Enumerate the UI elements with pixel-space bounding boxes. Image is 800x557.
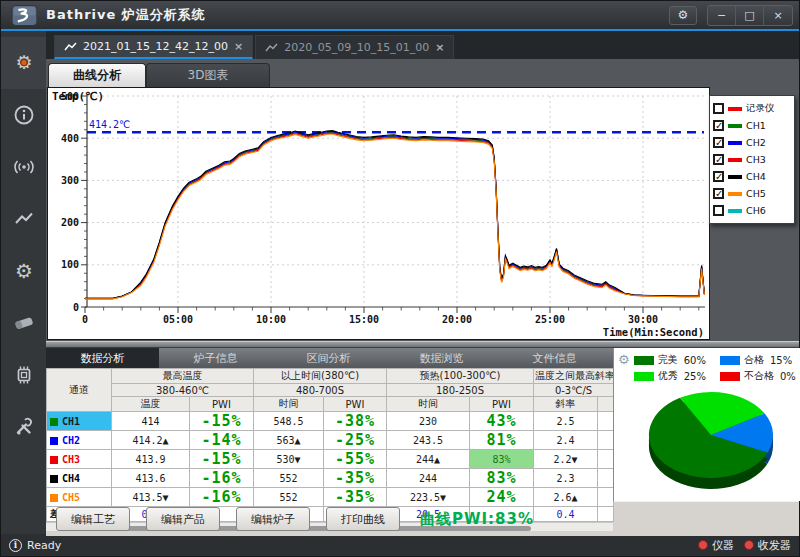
channel-cell[interactable]: CH5 xyxy=(47,488,112,507)
channel-color-square xyxy=(50,456,58,464)
data-cell: 414.2▲ xyxy=(112,431,190,450)
legend-item-CH5[interactable]: ✓CH5 xyxy=(713,185,791,202)
pie-legend-label: 合格 xyxy=(744,353,764,367)
data-cell: 413.9 xyxy=(112,450,190,469)
tools-icon xyxy=(13,416,35,438)
sidebar-item-curve-analysis[interactable] xyxy=(1,193,46,245)
channel-cell[interactable]: CH4 xyxy=(47,469,112,488)
sidebar-item-info[interactable] xyxy=(1,89,46,141)
sidebar-item-tools[interactable] xyxy=(1,401,46,453)
legend-item-记录仪[interactable]: 记录仪 xyxy=(713,100,791,117)
legend-item-CH2[interactable]: ✓CH2 xyxy=(713,134,791,151)
col-group-header: 最高温度 xyxy=(112,369,254,384)
pie-legend-item-完美: 完美60% xyxy=(634,353,710,367)
data-cell: 552 xyxy=(254,469,324,488)
table-row-CH1[interactable]: CH1414-15%548.5-38%23043%2.5 xyxy=(47,412,614,431)
data-tab-区间分析[interactable]: 区间分析 xyxy=(272,348,385,368)
svg-text:0: 0 xyxy=(82,314,88,325)
data-cell: 548.5 xyxy=(254,412,324,431)
sidebar-item-signal[interactable] xyxy=(1,141,46,193)
channel-color-square xyxy=(50,494,58,502)
data-cell: 230 xyxy=(387,412,470,431)
legend-item-CH3[interactable]: ✓CH3 xyxy=(713,151,791,168)
legend-label: CH5 xyxy=(746,188,766,199)
data-cell: 0.4 xyxy=(534,507,598,522)
data-cell: -15% xyxy=(190,412,254,431)
channel-color-square xyxy=(50,475,58,483)
pie-legend-pct: 60% xyxy=(684,355,706,366)
legend-checkbox[interactable] xyxy=(713,103,724,114)
channel-label: CH2 xyxy=(62,435,80,446)
footer-button-编辑炉子[interactable]: 编辑炉子 xyxy=(236,507,310,531)
col-group-range: 380-460℃ xyxy=(112,384,254,397)
tab-curve-analysis[interactable]: 曲线分析 xyxy=(48,63,146,87)
channel-label: CH3 xyxy=(62,454,80,465)
svg-text:0: 0 xyxy=(73,302,79,313)
document-tab-2[interactable]: 2020_05_09_10_15_01_00× xyxy=(255,35,454,59)
table-row-CH3[interactable]: CH3413.9-15%530▼-55%244▲83%2.2▼ xyxy=(47,450,614,469)
data-cell: -16% xyxy=(190,469,254,488)
data-tab-数据浏览[interactable]: 数据浏览 xyxy=(385,348,498,368)
legend-label: CH2 xyxy=(746,137,766,148)
tab-close-icon[interactable]: × xyxy=(435,41,444,54)
pwi-pie-panel: ⚙ 完美60%合格15%优秀25%不合格0% xyxy=(613,348,800,501)
close-button[interactable]: × xyxy=(764,6,792,25)
legend-item-CH6[interactable]: CH6 xyxy=(713,202,791,219)
channel-cell[interactable]: CH2 xyxy=(47,431,112,450)
legend-checkbox[interactable] xyxy=(713,205,724,216)
svg-text:10:00: 10:00 xyxy=(256,314,286,325)
legend-label: CH4 xyxy=(746,171,766,182)
titlebar-settings-button[interactable]: ⚙ xyxy=(669,6,697,25)
col-group-header: 温度之间最高斜率(1 xyxy=(534,369,614,384)
data-cell: -38% xyxy=(324,412,387,431)
channel-legend: 记录仪✓CH1✓CH2✓CH3✓CH4✓CH5CH6 xyxy=(709,95,795,224)
footer-button-编辑工艺[interactable]: 编辑工艺 xyxy=(56,507,130,531)
sidebar-item-eraser[interactable] xyxy=(1,297,46,349)
legend-checkbox[interactable]: ✓ xyxy=(713,154,724,165)
sidebar-item-main-settings[interactable]: ⚙ xyxy=(1,37,46,89)
data-cell: -16% xyxy=(190,488,254,507)
legend-item-CH1[interactable]: ✓CH1 xyxy=(713,117,791,134)
data-tab-文件信息[interactable]: 文件信息 xyxy=(498,348,611,368)
channel-color-square xyxy=(50,418,58,426)
table-row-CH4[interactable]: CH4413.6-16%552-35%24483%2.3 xyxy=(47,469,614,488)
legend-color-swatch xyxy=(728,141,742,145)
channel-color-square xyxy=(50,437,58,445)
legend-checkbox[interactable]: ✓ xyxy=(713,188,724,199)
col-subheader xyxy=(598,397,614,412)
legend-checkbox[interactable]: ✓ xyxy=(713,171,724,182)
channel-cell[interactable]: CH3 xyxy=(47,450,112,469)
channel-label: CH5 xyxy=(62,492,80,503)
app-window: Bathrive 炉温分析系统 ⚙ ─ □ × ⚙⚙ 2021_01_15_12… xyxy=(0,0,800,557)
document-tab-1[interactable]: 2021_01_15_12_42_12_00× xyxy=(54,35,253,59)
tab-3d-chart[interactable]: 3D图表 xyxy=(146,63,270,87)
data-tab-数据分析[interactable]: 数据分析 xyxy=(46,348,159,368)
sidebar-item-settings[interactable]: ⚙ xyxy=(1,245,46,297)
table-row-CH5[interactable]: CH5413.5▼-16%552-35%223.5▼24%2.6▲ xyxy=(47,488,614,507)
data-cell: 2.2▼ xyxy=(534,450,598,469)
minimize-button[interactable]: ─ xyxy=(708,6,736,25)
data-cell xyxy=(598,431,614,450)
legend-label: CH1 xyxy=(746,120,766,131)
channel-cell[interactable]: CH1 xyxy=(47,412,112,431)
temperature-curve-plot: 0100200300400500005:0010:0015:0020:0025:… xyxy=(48,88,709,339)
pie-legend-item-优秀: 优秀25% xyxy=(634,369,710,383)
legend-checkbox[interactable]: ✓ xyxy=(713,137,724,148)
maximize-button[interactable]: □ xyxy=(736,6,764,25)
table-row-CH2[interactable]: CH2414.2▲-14%563▲-25%243.581%2.4 xyxy=(47,431,614,450)
sidebar-item-chip[interactable] xyxy=(1,349,46,401)
tab-close-icon[interactable]: × xyxy=(234,40,243,53)
col-subheader: 时间 xyxy=(254,397,324,412)
legend-item-CH4[interactable]: ✓CH4 xyxy=(713,168,791,185)
legend-checkbox[interactable]: ✓ xyxy=(713,120,724,131)
pie-settings-icon[interactable]: ⚙ xyxy=(618,353,630,366)
footer-button-编辑产品[interactable]: 编辑产品 xyxy=(146,507,220,531)
svg-text:300: 300 xyxy=(61,175,79,186)
temperature-chart[interactable]: 0100200300400500005:0010:0015:0020:0025:… xyxy=(47,87,710,340)
chip-icon xyxy=(13,364,35,386)
horizontal-splitter[interactable] xyxy=(46,341,799,348)
legend-label: CH6 xyxy=(746,205,766,216)
data-tab-炉子信息[interactable]: 炉子信息 xyxy=(159,348,272,368)
footer-button-打印曲线[interactable]: 打印曲线 xyxy=(326,507,400,531)
data-cell: 244▲ xyxy=(387,450,470,469)
